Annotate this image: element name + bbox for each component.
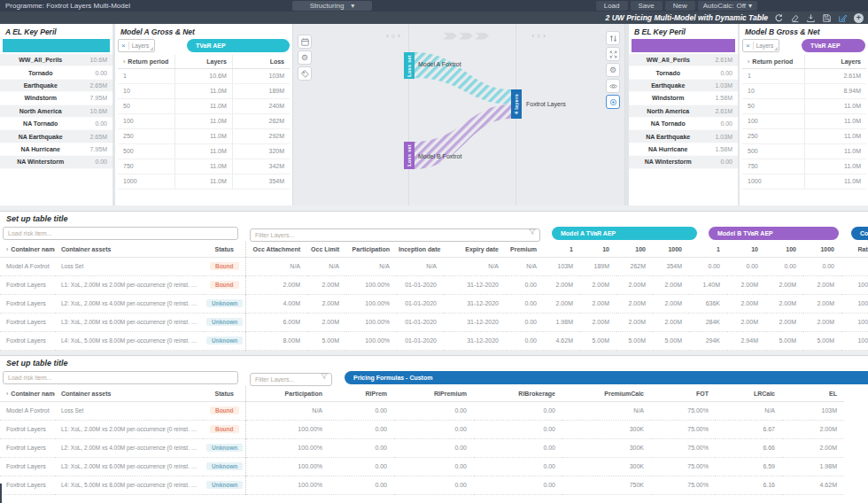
column-header[interactable]: Status bbox=[204, 242, 245, 257]
column-header[interactable]: Container assets bbox=[55, 242, 204, 257]
peril-row[interactable]: NA Earthquake2.65M bbox=[0, 130, 112, 143]
page-dot-icon[interactable]: ○ bbox=[537, 33, 540, 39]
table-row[interactable]: Foxtrot LayersL1: XoL, 2.00M xs 2.00M pe… bbox=[0, 275, 868, 294]
table-row[interactable]: Foxtrot LayersL2: XoL, 2.00M xs 4.00M pe… bbox=[0, 294, 868, 313]
peril-row[interactable]: Windstorm1.58M bbox=[629, 92, 738, 104]
add-icon[interactable]: + bbox=[854, 13, 864, 23]
chevron-step-icon[interactable] bbox=[475, 33, 489, 40]
column-header[interactable]: ›Container name bbox=[0, 386, 55, 401]
column-header[interactable]: Occ Attachment bbox=[245, 242, 307, 257]
refresh-icon[interactable] bbox=[774, 13, 784, 23]
peril-row[interactable]: Earthquake1.03M bbox=[629, 80, 738, 92]
remove-chip-icon[interactable]: × bbox=[743, 42, 754, 50]
table-row[interactable]: Model A FoxtrotLoss SetBoundN/A0.000.000… bbox=[0, 401, 844, 420]
column-header[interactable]: ›Return period bbox=[118, 55, 175, 68]
table-row[interactable]: Foxtrot LayersL2: XoL, 2.00M xs 4.00M pe… bbox=[0, 438, 844, 457]
structuring-dropdown[interactable]: Structuring ▾ bbox=[292, 1, 372, 11]
column-header[interactable]: 1 bbox=[689, 242, 727, 257]
table-row[interactable]: 5011.0M bbox=[742, 98, 866, 113]
table-row[interactable]: 75011.0M bbox=[742, 159, 866, 174]
chevron-step-icon[interactable] bbox=[443, 33, 457, 40]
target-icon[interactable] bbox=[606, 95, 620, 109]
table-row[interactable]: 75011.0M342M bbox=[118, 159, 290, 174]
prev-icon[interactable]: ‹ bbox=[386, 32, 389, 40]
column-header[interactable]: Premium bbox=[506, 242, 544, 257]
table-row[interactable]: 12.61M bbox=[742, 68, 866, 83]
column-header[interactable]: RIBrokerage bbox=[474, 386, 562, 401]
column-header[interactable]: RIPrem bbox=[329, 386, 394, 401]
structure-diagram[interactable]: Loss set Loss set 4 layers Model A Foxtr… bbox=[292, 24, 625, 205]
column-header[interactable]: EL bbox=[782, 386, 844, 401]
column-header[interactable]: Layers bbox=[804, 55, 866, 68]
peril-row[interactable]: NA Tornado0.00 bbox=[629, 118, 738, 130]
node-model-a-loss-set[interactable]: Loss set bbox=[404, 52, 415, 79]
column-header[interactable]: RIPremium bbox=[394, 386, 474, 401]
peril-row[interactable]: NA Earthquake1.03M bbox=[629, 130, 738, 143]
table-row[interactable]: 10011.0M262M bbox=[118, 113, 290, 128]
layers-filter-chip[interactable]: × Layers bbox=[742, 39, 779, 52]
new-button[interactable]: New bbox=[665, 1, 695, 11]
table-row[interactable]: Foxtrot LayersL4: XoL, 5.00M xs 8.00M pe… bbox=[0, 331, 868, 350]
column-header[interactable]: FOT bbox=[651, 386, 716, 401]
model-a-color-bar[interactable] bbox=[3, 39, 110, 52]
remove-chip-icon[interactable]: × bbox=[119, 42, 129, 50]
peril-row[interactable]: NA Tornado0.00 bbox=[0, 118, 112, 130]
expand-arrows-icon[interactable] bbox=[606, 47, 620, 61]
page-dot-icon[interactable]: ○ bbox=[391, 33, 395, 39]
table-row[interactable]: 50011.0M bbox=[742, 143, 866, 159]
peril-row[interactable]: Tornado0.00 bbox=[629, 66, 738, 79]
eye-icon[interactable] bbox=[606, 79, 620, 93]
save-file-icon[interactable] bbox=[822, 13, 832, 23]
eraser-icon[interactable] bbox=[790, 13, 800, 23]
table1-scroll-area[interactable]: ›Container nameContainer assetsStatusOcc… bbox=[0, 242, 868, 351]
table2-scroll-area[interactable]: ›Container nameContainer assetsStatusPar… bbox=[0, 386, 868, 495]
resize-handle-icon[interactable] bbox=[774, 47, 778, 50]
peril-row[interactable]: NA Hurricane7.95M bbox=[0, 143, 112, 156]
resize-handle-icon[interactable] bbox=[150, 47, 153, 50]
table-row[interactable]: 110.6M103M bbox=[118, 68, 290, 83]
next-icon[interactable]: › bbox=[543, 32, 546, 40]
column-header[interactable]: Ratio bbox=[841, 242, 868, 257]
table-row[interactable]: Foxtrot LayersL3: XoL, 2.00M xs 6.00M pe… bbox=[0, 313, 868, 331]
column-header[interactable]: ›Return period bbox=[742, 55, 804, 68]
column-header[interactable]: 100 bbox=[765, 242, 803, 257]
save-button[interactable]: Save bbox=[631, 1, 663, 11]
load-risk-item-input[interactable] bbox=[3, 371, 238, 384]
peril-row[interactable]: WW_All_Perils10.6M bbox=[0, 54, 112, 66]
table-row[interactable]: Foxtrot LayersL1: XoL, 2.00M xs 2.00M pe… bbox=[0, 420, 844, 438]
table-row[interactable]: Foxtrot LayersL4: XoL, 5.00M xs 8.00M pe… bbox=[0, 476, 844, 494]
column-header[interactable]: PremiumCalc bbox=[562, 386, 651, 401]
table-row[interactable]: 100011.0M354M bbox=[118, 174, 290, 189]
column-header[interactable]: ›Container name bbox=[0, 242, 55, 257]
expander-icon[interactable]: › bbox=[123, 58, 125, 65]
edit-icon[interactable] bbox=[838, 13, 848, 23]
peril-row[interactable]: NA Hurricane1.58M bbox=[629, 143, 738, 156]
model-a-tvar-aep-banner[interactable]: Model A TVaR AEP bbox=[552, 227, 697, 240]
gear-icon[interactable]: ⚙ bbox=[298, 50, 312, 65]
node-model-b-loss-set[interactable]: Loss set bbox=[404, 142, 415, 169]
tags-icon[interactable] bbox=[298, 66, 312, 81]
peril-row[interactable]: WW_All_Perils2.61M bbox=[629, 54, 738, 66]
prev-icon[interactable]: ‹ bbox=[531, 32, 534, 40]
column-header[interactable]: 1000 bbox=[803, 242, 841, 257]
column-header[interactable]: 10 bbox=[580, 242, 616, 257]
column-header[interactable]: 100 bbox=[616, 242, 653, 257]
table-row[interactable]: Foxtrot LayersL3: XoL, 2.00M xs 6.00M pe… bbox=[0, 457, 844, 476]
column-header[interactable]: Expiry date bbox=[444, 242, 506, 257]
peril-row[interactable]: NA Winterstorm0.00 bbox=[0, 156, 112, 168]
column-header[interactable]: Status bbox=[204, 386, 245, 401]
node-foxtrot-layers[interactable]: 4 layers bbox=[511, 89, 522, 119]
column-header[interactable]: 10 bbox=[727, 242, 765, 257]
expander-icon[interactable]: › bbox=[6, 391, 8, 397]
model-b-tvar-aep-button[interactable]: TVaR AEP bbox=[802, 39, 865, 52]
table-row[interactable]: 1011.0M189M bbox=[118, 83, 290, 98]
pricing-formulas-banner[interactable]: Pricing Formulas - Custom bbox=[345, 371, 868, 384]
comparison-banner[interactable]: Comp bbox=[851, 227, 868, 240]
column-header[interactable]: Loss bbox=[232, 55, 290, 68]
peril-row[interactable]: NA Winterstorm0.00 bbox=[629, 156, 738, 168]
peril-row[interactable]: North America10.6M bbox=[0, 105, 112, 118]
peril-row[interactable]: Tornado0.00 bbox=[0, 66, 112, 79]
model-a-tvar-aep-button[interactable]: TVaR AEP bbox=[187, 39, 290, 52]
column-header[interactable]: Occ Limit bbox=[307, 242, 346, 257]
table-row[interactable]: 25011.0M292M bbox=[118, 128, 290, 143]
